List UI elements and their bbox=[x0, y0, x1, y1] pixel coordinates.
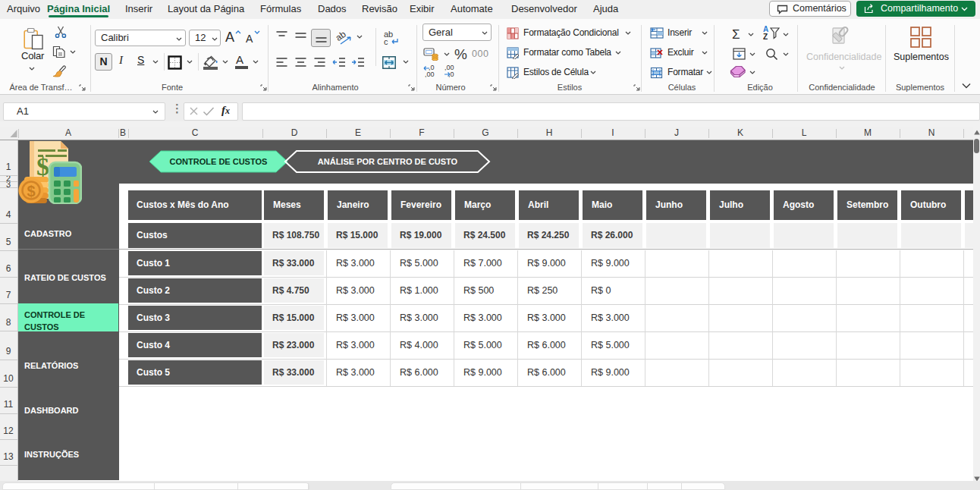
svg-text:$: $ bbox=[27, 183, 36, 199]
svg-text:CONTROLE DE CUSTOS: CONTROLE DE CUSTOS bbox=[170, 157, 268, 166]
svg-text:ANÁLISE POR CENTRO DE CUSTO: ANÁLISE POR CENTRO DE CUSTO bbox=[318, 157, 458, 166]
svg-text:ab: ab bbox=[336, 29, 348, 43]
svg-text:$: $ bbox=[36, 152, 49, 181]
